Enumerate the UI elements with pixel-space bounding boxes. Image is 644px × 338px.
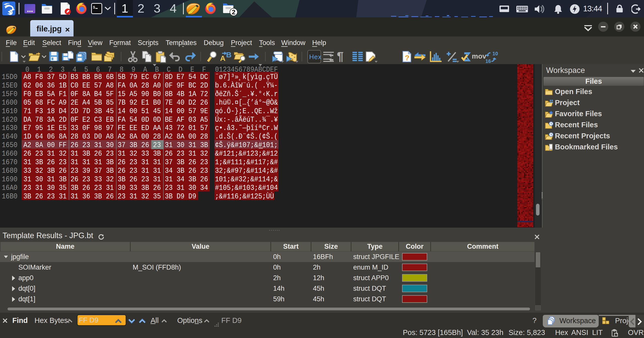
svg-text:2: 2 <box>232 8 235 16</box>
svg-text:$: $ <box>93 6 95 10</box>
svg-text:A: A <box>220 54 226 62</box>
svg-text:B: B <box>226 51 232 59</box>
svg-text:16: 16 <box>485 58 491 63</box>
svg-text:10: 10 <box>492 51 498 56</box>
svg-text:?: ? <box>405 54 409 62</box>
